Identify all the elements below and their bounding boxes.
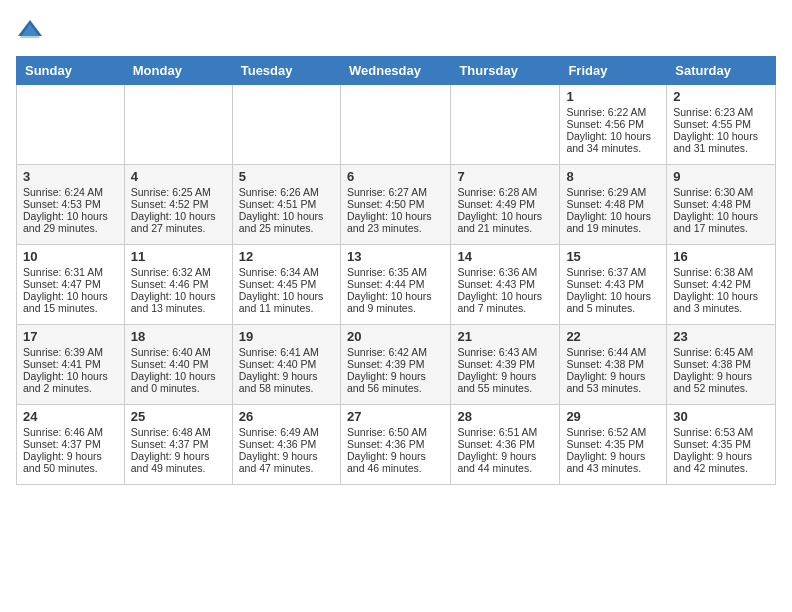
day-info-line: Sunrise: 6:26 AM [239, 186, 334, 198]
day-number: 7 [457, 169, 553, 184]
calendar-header-row: SundayMondayTuesdayWednesdayThursdayFrid… [17, 57, 776, 85]
day-info-line: Sunset: 4:36 PM [239, 438, 334, 450]
day-info-line: Daylight: 9 hours and 53 minutes. [566, 370, 660, 394]
day-info-line: Sunrise: 6:48 AM [131, 426, 226, 438]
day-info-line: Sunset: 4:46 PM [131, 278, 226, 290]
calendar-week-row: 24Sunrise: 6:46 AMSunset: 4:37 PMDayligh… [17, 405, 776, 485]
day-info-line: Daylight: 10 hours and 9 minutes. [347, 290, 444, 314]
day-info-line: Sunrise: 6:37 AM [566, 266, 660, 278]
logo [16, 16, 46, 44]
day-info-line: Sunrise: 6:29 AM [566, 186, 660, 198]
day-info-line: Daylight: 9 hours and 43 minutes. [566, 450, 660, 474]
day-info-line: Sunset: 4:37 PM [23, 438, 118, 450]
day-header-friday: Friday [560, 57, 667, 85]
day-info-line: Sunset: 4:39 PM [347, 358, 444, 370]
calendar-cell: 23Sunrise: 6:45 AMSunset: 4:38 PMDayligh… [667, 325, 776, 405]
day-number: 14 [457, 249, 553, 264]
calendar-cell: 28Sunrise: 6:51 AMSunset: 4:36 PMDayligh… [451, 405, 560, 485]
day-info-line: Daylight: 9 hours and 46 minutes. [347, 450, 444, 474]
logo-icon [16, 16, 44, 44]
day-info-line: Daylight: 10 hours and 19 minutes. [566, 210, 660, 234]
calendar-cell: 15Sunrise: 6:37 AMSunset: 4:43 PMDayligh… [560, 245, 667, 325]
day-number: 8 [566, 169, 660, 184]
calendar-cell: 4Sunrise: 6:25 AMSunset: 4:52 PMDaylight… [124, 165, 232, 245]
day-info-line: Daylight: 9 hours and 42 minutes. [673, 450, 769, 474]
calendar-cell: 9Sunrise: 6:30 AMSunset: 4:48 PMDaylight… [667, 165, 776, 245]
calendar-week-row: 10Sunrise: 6:31 AMSunset: 4:47 PMDayligh… [17, 245, 776, 325]
calendar-cell: 21Sunrise: 6:43 AMSunset: 4:39 PMDayligh… [451, 325, 560, 405]
day-number: 20 [347, 329, 444, 344]
day-info-line: Daylight: 10 hours and 0 minutes. [131, 370, 226, 394]
day-info-line: Daylight: 10 hours and 29 minutes. [23, 210, 118, 234]
day-info-line: Daylight: 9 hours and 44 minutes. [457, 450, 553, 474]
day-number: 23 [673, 329, 769, 344]
day-number: 6 [347, 169, 444, 184]
day-number: 18 [131, 329, 226, 344]
day-info-line: Sunset: 4:45 PM [239, 278, 334, 290]
calendar-week-row: 3Sunrise: 6:24 AMSunset: 4:53 PMDaylight… [17, 165, 776, 245]
day-info-line: Sunset: 4:36 PM [457, 438, 553, 450]
day-info-line: Sunrise: 6:39 AM [23, 346, 118, 358]
calendar-cell: 26Sunrise: 6:49 AMSunset: 4:36 PMDayligh… [232, 405, 340, 485]
day-info-line: Sunset: 4:48 PM [566, 198, 660, 210]
day-info-line: Sunset: 4:41 PM [23, 358, 118, 370]
day-number: 22 [566, 329, 660, 344]
day-info-line: Sunset: 4:35 PM [673, 438, 769, 450]
day-info-line: Sunrise: 6:31 AM [23, 266, 118, 278]
day-number: 12 [239, 249, 334, 264]
calendar-cell: 20Sunrise: 6:42 AMSunset: 4:39 PMDayligh… [340, 325, 450, 405]
day-number: 19 [239, 329, 334, 344]
day-info-line: Sunrise: 6:51 AM [457, 426, 553, 438]
day-info-line: Sunset: 4:52 PM [131, 198, 226, 210]
day-info-line: Sunset: 4:38 PM [566, 358, 660, 370]
day-info-line: Sunset: 4:53 PM [23, 198, 118, 210]
day-number: 16 [673, 249, 769, 264]
day-info-line: Sunrise: 6:24 AM [23, 186, 118, 198]
day-info-line: Sunset: 4:37 PM [131, 438, 226, 450]
day-number: 1 [566, 89, 660, 104]
page-header [16, 16, 776, 44]
day-info-line: Sunrise: 6:45 AM [673, 346, 769, 358]
day-info-line: Sunset: 4:55 PM [673, 118, 769, 130]
day-info-line: Daylight: 9 hours and 58 minutes. [239, 370, 334, 394]
day-info-line: Sunset: 4:42 PM [673, 278, 769, 290]
day-header-thursday: Thursday [451, 57, 560, 85]
day-info-line: Daylight: 10 hours and 21 minutes. [457, 210, 553, 234]
calendar-cell: 11Sunrise: 6:32 AMSunset: 4:46 PMDayligh… [124, 245, 232, 325]
day-number: 25 [131, 409, 226, 424]
calendar-cell: 19Sunrise: 6:41 AMSunset: 4:40 PMDayligh… [232, 325, 340, 405]
day-info-line: Sunset: 4:40 PM [131, 358, 226, 370]
day-info-line: Daylight: 10 hours and 17 minutes. [673, 210, 769, 234]
day-info-line: Daylight: 10 hours and 2 minutes. [23, 370, 118, 394]
day-info-line: Sunrise: 6:52 AM [566, 426, 660, 438]
day-info-line: Daylight: 10 hours and 25 minutes. [239, 210, 334, 234]
calendar-cell: 24Sunrise: 6:46 AMSunset: 4:37 PMDayligh… [17, 405, 125, 485]
day-info-line: Sunrise: 6:46 AM [23, 426, 118, 438]
calendar-cell: 22Sunrise: 6:44 AMSunset: 4:38 PMDayligh… [560, 325, 667, 405]
day-info-line: Sunrise: 6:41 AM [239, 346, 334, 358]
day-info-line: Daylight: 9 hours and 47 minutes. [239, 450, 334, 474]
day-info-line: Sunset: 4:48 PM [673, 198, 769, 210]
day-info-line: Sunrise: 6:43 AM [457, 346, 553, 358]
day-number: 21 [457, 329, 553, 344]
calendar-body: 1Sunrise: 6:22 AMSunset: 4:56 PMDaylight… [17, 85, 776, 485]
calendar-cell: 5Sunrise: 6:26 AMSunset: 4:51 PMDaylight… [232, 165, 340, 245]
calendar-cell: 12Sunrise: 6:34 AMSunset: 4:45 PMDayligh… [232, 245, 340, 325]
calendar-cell: 6Sunrise: 6:27 AMSunset: 4:50 PMDaylight… [340, 165, 450, 245]
day-info-line: Sunset: 4:40 PM [239, 358, 334, 370]
day-number: 5 [239, 169, 334, 184]
day-header-monday: Monday [124, 57, 232, 85]
day-info-line: Sunset: 4:36 PM [347, 438, 444, 450]
day-info-line: Sunset: 4:47 PM [23, 278, 118, 290]
day-info-line: Sunrise: 6:35 AM [347, 266, 444, 278]
day-info-line: Sunrise: 6:28 AM [457, 186, 553, 198]
day-number: 28 [457, 409, 553, 424]
calendar-cell [124, 85, 232, 165]
calendar-cell [451, 85, 560, 165]
day-info-line: Daylight: 9 hours and 56 minutes. [347, 370, 444, 394]
day-info-line: Sunrise: 6:25 AM [131, 186, 226, 198]
day-info-line: Sunset: 4:43 PM [457, 278, 553, 290]
day-info-line: Sunset: 4:50 PM [347, 198, 444, 210]
calendar-cell [232, 85, 340, 165]
day-number: 27 [347, 409, 444, 424]
